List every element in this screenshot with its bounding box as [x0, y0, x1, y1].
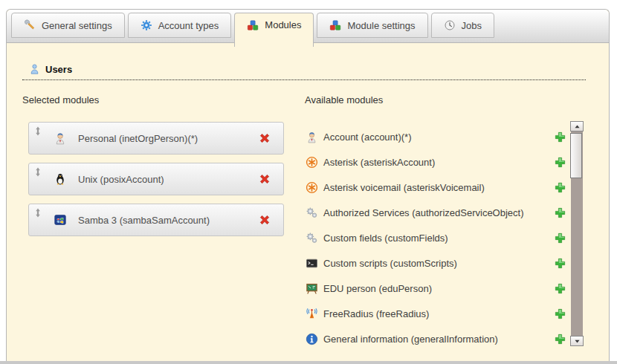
module-label: Personal (inetOrgPerson)(*)	[78, 133, 198, 144]
available-module-general: General information (generalInformation)	[306, 331, 566, 348]
gears-icon	[306, 232, 318, 244]
drag-handle-icon[interactable]	[34, 126, 42, 136]
remove-module-button[interactable]	[258, 172, 271, 186]
available-module-edu: EDU person (eduPerson)	[306, 280, 566, 297]
tab-jobs[interactable]: Jobs	[431, 13, 494, 38]
section-title: Users	[45, 64, 72, 75]
add-module-button[interactable]	[554, 308, 566, 320]
add-icon	[554, 156, 566, 169]
module-label: Unix (posixAccount)	[78, 174, 164, 185]
module-label: EDU person (eduPerson)	[323, 283, 554, 294]
modules-icon	[247, 19, 259, 31]
page-bottom-edge	[0, 361, 617, 364]
info-icon	[306, 333, 318, 345]
remove-module-button[interactable]	[258, 131, 271, 145]
gears-icon	[306, 207, 318, 219]
triangle-up-icon	[574, 123, 581, 130]
asterisk-icon	[306, 156, 318, 169]
gear-icon	[140, 19, 152, 31]
asterisk-icon	[306, 181, 318, 194]
add-icon	[554, 181, 566, 194]
add-module-button[interactable]	[554, 156, 566, 169]
add-module-button[interactable]	[554, 333, 566, 345]
scrollbar-thumb[interactable]	[570, 133, 582, 178]
add-module-button[interactable]	[554, 282, 566, 295]
available-module-freeradius: FreeRadius (freeRadius)	[306, 305, 566, 322]
selected-module-samba[interactable]: Samba 3 (sambaSamAccount)	[28, 204, 284, 236]
drag-handle-icon[interactable]	[34, 167, 42, 177]
tab-account-types[interactable]: Account types	[128, 13, 232, 38]
person-icon	[54, 131, 67, 145]
scrollbar	[570, 121, 584, 346]
add-icon	[554, 282, 566, 295]
module-label: Custom fields (customFields)	[323, 233, 554, 244]
available-module-custom: Custom scripts (customScripts)	[306, 255, 566, 272]
add-icon	[554, 257, 566, 270]
module-label: General information (generalInformation)	[323, 334, 554, 345]
available-module-asterisk: Asterisk voicemail (asteriskVoicemail)	[306, 179, 566, 196]
tab-modules[interactable]: Modules	[234, 13, 314, 47]
tab-label: Module settings	[347, 20, 415, 31]
delete-icon	[258, 172, 271, 186]
section-users: Users	[22, 63, 586, 80]
module-label: Samba 3 (sambaSamAccount)	[78, 215, 210, 226]
tab-label: Modules	[265, 19, 301, 30]
add-module-button[interactable]	[554, 131, 566, 143]
available-module-authorized: Authorized Services (authorizedServiceOb…	[306, 204, 566, 221]
available-modules-list: Account (account)(*)Asterisk (asteriskAc…	[306, 129, 566, 356]
selected-module-unix[interactable]: Unix (posixAccount)	[28, 163, 284, 195]
windows-icon	[54, 213, 67, 227]
tab-module-settings[interactable]: Module settings	[317, 13, 427, 38]
person-icon	[306, 131, 318, 143]
add-module-button[interactable]	[554, 181, 566, 194]
triangle-down-icon	[574, 338, 581, 345]
add-icon	[554, 232, 566, 244]
tab-general-settings[interactable]: General settings	[11, 13, 125, 38]
clock-icon	[444, 19, 456, 31]
antenna-icon	[306, 308, 318, 320]
main-panel: General settingsAccount typesModulesModu…	[6, 9, 610, 361]
selected-modules-label: Selected modules	[22, 94, 99, 105]
tab-label: Jobs	[462, 20, 482, 31]
blackboard-icon	[306, 282, 318, 295]
add-icon	[554, 308, 566, 320]
module-settings-icon	[329, 19, 341, 31]
scrollbar-up-button[interactable]	[570, 121, 584, 131]
selected-modules-list: Personal (inetOrgPerson)(*)Unix (posixAc…	[28, 122, 284, 244]
module-label: Asterisk voicemail (asteriskVoicemail)	[323, 182, 554, 193]
add-icon	[554, 207, 566, 219]
tab-label: General settings	[42, 20, 112, 31]
add-icon	[554, 333, 566, 345]
add-module-button[interactable]	[554, 257, 566, 270]
terminal-icon	[306, 257, 318, 270]
module-label: FreeRadius (freeRadius)	[323, 308, 554, 319]
drag-handle-icon[interactable]	[34, 208, 42, 218]
tab-bar: General settingsAccount typesModulesModu…	[7, 10, 609, 43]
user-icon	[29, 63, 40, 75]
scrollbar-down-button[interactable]	[570, 336, 584, 346]
add-module-button[interactable]	[554, 232, 566, 244]
module-label: Custom scripts (customScripts)	[323, 258, 554, 269]
available-modules-label: Available modules	[305, 94, 383, 105]
available-module-asterisk: Asterisk (asteriskAccount)	[306, 154, 566, 171]
delete-icon	[258, 213, 271, 227]
tux-icon	[54, 172, 67, 186]
add-module-button[interactable]	[554, 207, 566, 219]
add-icon	[554, 131, 566, 143]
selected-module-personal[interactable]: Personal (inetOrgPerson)(*)	[28, 122, 284, 155]
available-module-account: Account (account)(*)	[306, 129, 566, 146]
module-label: Account (account)(*)	[323, 131, 554, 143]
module-label: Asterisk (asteriskAccount)	[323, 157, 554, 168]
remove-module-button[interactable]	[258, 213, 271, 227]
tab-label: Account types	[158, 20, 219, 31]
module-label: Authorized Services (authorizedServiceOb…	[323, 207, 554, 218]
available-module-custom: Custom fields (customFields)	[306, 230, 566, 247]
wrench-icon	[24, 19, 36, 31]
delete-icon	[258, 131, 271, 145]
